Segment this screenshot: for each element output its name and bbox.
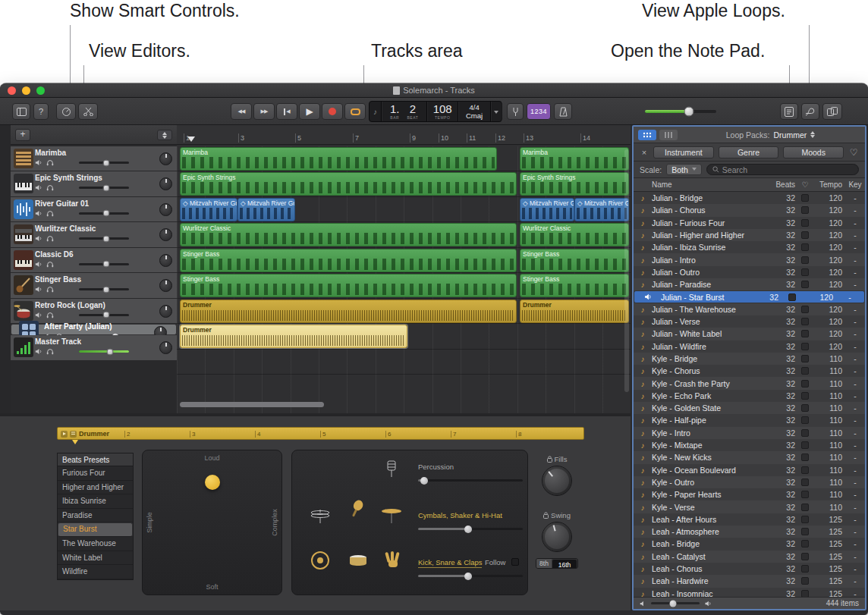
record-button[interactable] bbox=[322, 103, 343, 120]
region-mitzvah-river-gui[interactable]: ◇ Mitzvah River Gui bbox=[237, 198, 295, 221]
favorite-checkbox[interactable] bbox=[801, 268, 809, 276]
favorite-checkbox[interactable] bbox=[801, 243, 809, 251]
minimize-window-button[interactable] bbox=[22, 86, 30, 95]
loop-row-leah-hardwire[interactable]: ♪ Leah - Hardwire 32 125 - bbox=[634, 575, 865, 587]
mute-button[interactable] bbox=[35, 159, 42, 166]
loop-row-leah-after-hours[interactable]: ♪ Leah - After Hours 32 125 - bbox=[634, 513, 865, 526]
mute-button[interactable] bbox=[35, 312, 42, 318]
hi-hat-icon[interactable] bbox=[309, 507, 332, 523]
loop-row-leah-atmosphere[interactable]: ♪ Leah - Atmosphere 32 125 - bbox=[634, 526, 865, 538]
favorite-checkbox[interactable] bbox=[801, 404, 809, 412]
region-epic-synth-strings[interactable]: Epic Synth Strings bbox=[520, 172, 629, 196]
loop-row-julian-ibiza-sunrise[interactable]: ♪ Julian - Ibiza Sunrise 32 120 - bbox=[634, 241, 865, 253]
cycle-button[interactable] bbox=[344, 103, 366, 120]
solo-button[interactable] bbox=[46, 159, 54, 166]
track-volume-slider[interactable] bbox=[79, 350, 129, 353]
preview-volume-slider[interactable] bbox=[651, 602, 700, 604]
track-header-river-guitar-01[interactable]: River Guitar 01 bbox=[11, 197, 177, 222]
go-to-beginning-button[interactable]: ◀ bbox=[276, 103, 297, 120]
preset-wildfire[interactable]: Wildfire bbox=[58, 565, 133, 579]
play-button[interactable]: ▶ bbox=[299, 103, 320, 120]
media-browser-button[interactable] bbox=[822, 103, 842, 120]
region-mitzvah-river-gui[interactable]: ◇ Mitzvah River Gui bbox=[180, 198, 237, 221]
xy-pad-puck[interactable] bbox=[205, 475, 220, 490]
stepper-icon[interactable] bbox=[810, 129, 815, 140]
lcd-options-chevron[interactable] bbox=[491, 102, 502, 121]
vertical-scrollbar[interactable] bbox=[624, 149, 629, 392]
favorite-checkbox[interactable] bbox=[801, 206, 809, 214]
track-lane[interactable]: Drummer Drummer bbox=[177, 299, 631, 324]
preset-white-label[interactable]: White Label bbox=[58, 551, 133, 566]
library-button[interactable] bbox=[12, 103, 30, 120]
lcd-display[interactable]: ♪ 1.BAR 2BEAT 108 TEMPO 4/4 Cmaj bbox=[369, 101, 502, 122]
track-volume-slider[interactable] bbox=[79, 288, 129, 290]
favorite-checkbox[interactable] bbox=[801, 491, 809, 498]
search-input[interactable]: Search bbox=[706, 164, 859, 175]
region-stinger-bass[interactable]: Stinger Bass bbox=[520, 274, 629, 297]
solo-button[interactable] bbox=[46, 210, 54, 217]
favorite-checkbox[interactable] bbox=[801, 429, 809, 437]
loop-row-kyle-outro[interactable]: ♪ Kyle - Outro 32 110 - bbox=[634, 476, 865, 488]
mute-button[interactable] bbox=[35, 261, 42, 268]
track-volume-slider[interactable] bbox=[79, 187, 129, 189]
favorite-checkbox[interactable] bbox=[801, 553, 809, 560]
loop-list-column-headers[interactable]: Name Beats ♡ Tempo Key bbox=[634, 178, 865, 192]
mute-button[interactable] bbox=[35, 348, 42, 355]
track-lane[interactable] bbox=[177, 350, 631, 375]
loop-row-julian-chorus[interactable]: ♪ Julian - Chorus 32 120 - bbox=[634, 204, 865, 216]
preset-ibiza-sunrise[interactable]: Ibiza Sunrise bbox=[58, 494, 133, 509]
loop-row-kyle-mixtape[interactable]: ♪ Kyle - Mixtape 32 110 - bbox=[634, 439, 865, 451]
clear-filters-button[interactable]: × bbox=[640, 148, 649, 157]
favorite-checkbox[interactable] bbox=[801, 504, 809, 511]
tracks-area[interactable]: 135791011121314 Marimba Marimba Epic Syn… bbox=[177, 125, 631, 413]
loop-row-kyle-chorus[interactable]: ♪ Kyle - Chorus 32 110 - bbox=[634, 365, 865, 377]
favorite-checkbox[interactable] bbox=[801, 380, 809, 388]
swing-knob[interactable] bbox=[542, 522, 572, 552]
loop-row-julian-outro[interactable]: ♪ Julian - Outro 32 120 - bbox=[634, 266, 865, 278]
region-play-icon[interactable] bbox=[61, 431, 68, 438]
mute-button[interactable] bbox=[35, 286, 42, 293]
loop-row-julian-furious-four[interactable]: ♪ Julian - Furious Four 32 120 - bbox=[634, 217, 865, 229]
region-drummer[interactable]: Drummer bbox=[520, 300, 629, 323]
scale-dropdown[interactable]: Both bbox=[666, 164, 702, 175]
favorite-checkbox[interactable] bbox=[801, 416, 809, 424]
favorite-checkbox[interactable] bbox=[801, 590, 809, 597]
filter-tab-moods[interactable]: Moods bbox=[783, 146, 844, 158]
shaker-icon[interactable] bbox=[348, 499, 365, 519]
editors-button[interactable] bbox=[78, 103, 98, 120]
loop-row-kyle-golden-state[interactable]: ♪ Kyle - Golden State 32 110 - bbox=[634, 402, 865, 414]
track-lane[interactable]: Epic Synth Strings Epic Synth Strings bbox=[177, 171, 631, 196]
solo-button[interactable] bbox=[46, 312, 54, 318]
loop-row-leah-insomniac[interactable]: ♪ Leah - Insomniac 32 125 - bbox=[634, 588, 865, 598]
column-tempo[interactable]: Tempo bbox=[815, 180, 845, 189]
favorite-checkbox[interactable] bbox=[801, 441, 809, 449]
mute-button[interactable] bbox=[35, 184, 42, 191]
button-view-button[interactable] bbox=[638, 130, 656, 140]
loop-row-leah-chorus[interactable]: ♪ Leah - Chorus 32 125 - bbox=[634, 563, 865, 575]
loop-row-julian-wildfire[interactable]: ♪ Julian - Wildfire 32 120 - bbox=[634, 340, 865, 353]
track-lane[interactable]: Drummer bbox=[177, 324, 631, 349]
loop-row-kyle-half-pipe[interactable]: ♪ Kyle - Half-pipe 32 110 - bbox=[634, 414, 865, 426]
pan-knob[interactable] bbox=[159, 203, 172, 216]
track-header-classic-d6[interactable]: Classic D6 bbox=[11, 248, 177, 273]
favorite-checkbox[interactable] bbox=[801, 528, 809, 535]
percussion-icon[interactable] bbox=[385, 460, 398, 478]
preset-paradise[interactable]: Paradise bbox=[58, 509, 133, 523]
snare-drum-icon[interactable] bbox=[348, 554, 368, 569]
region-drummer[interactable]: Drummer bbox=[180, 325, 407, 348]
favorite-checkbox[interactable] bbox=[801, 392, 809, 400]
loop-row-kyle-crash-the-party[interactable]: ♪ Kyle - Crash the Party 32 110 - bbox=[634, 377, 865, 389]
track-lane[interactable]: Stinger Bass Stinger Bass bbox=[177, 273, 631, 298]
column-name[interactable]: Name bbox=[652, 180, 769, 189]
favorite-checkbox[interactable] bbox=[801, 540, 809, 548]
solo-button[interactable] bbox=[46, 286, 54, 293]
loop-row-kyle-paper-hearts[interactable]: ♪ Kyle - Paper Hearts 32 110 - bbox=[634, 488, 865, 500]
pan-knob[interactable] bbox=[159, 305, 172, 318]
track-header-epic-synth-strings[interactable]: Epic Synth Strings bbox=[11, 171, 177, 196]
preset-the-warehouse[interactable]: The Warehouse bbox=[58, 537, 133, 551]
lock-icon[interactable] bbox=[543, 512, 549, 519]
favorite-checkbox[interactable] bbox=[801, 306, 809, 313]
region-mitzvah-river-gui[interactable]: ◇ Mitzvah River Gui bbox=[520, 198, 574, 221]
loop-row-leah-bridge[interactable]: ♪ Leah - Bridge 32 125 - bbox=[634, 538, 865, 550]
favorites-filter-button[interactable]: ♡ bbox=[848, 147, 859, 158]
